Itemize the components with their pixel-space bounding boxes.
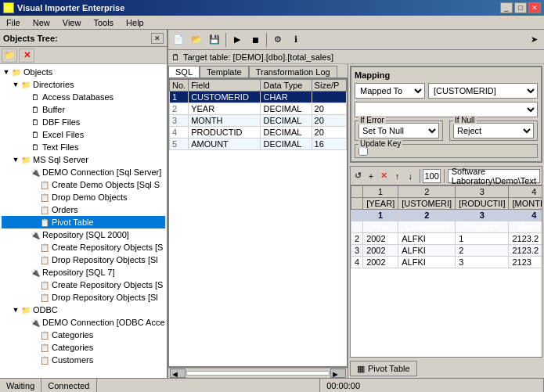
- close-button[interactable]: ✕: [528, 2, 541, 13]
- menu-new[interactable]: New: [30, 17, 53, 28]
- bt-delete[interactable]: ✕: [378, 168, 390, 184]
- tree-label-odbc: ODBC: [33, 305, 58, 315]
- tree-item-demoODBC[interactable]: 🔌DEMO Connection [ODBC Acce: [2, 316, 165, 329]
- mapped-value-select[interactable]: [CUSTOMERID]: [428, 83, 538, 99]
- tree-expand-directories[interactable]: ▼: [11, 80, 20, 89]
- fields-row-1[interactable]: 2 YEAR DECIMAL 20: [170, 103, 347, 115]
- minimize-button[interactable]: _: [500, 2, 513, 13]
- toolbar-settings[interactable]: ⚙: [269, 32, 286, 48]
- bt-refresh[interactable]: ↺: [352, 168, 364, 184]
- tree-item-drop2[interactable]: 📋Drop Repository Objects [Sl: [2, 254, 165, 266]
- fields-table[interactable]: No. Field Data Type Size/P 1 CUSTOMERID …: [168, 78, 348, 367]
- rnum-cell-2: 3: [456, 210, 509, 221]
- grid-nums-row[interactable]: 12345678: [351, 210, 542, 221]
- tab-sql[interactable]: SQL: [168, 66, 200, 77]
- count-box[interactable]: 100: [423, 169, 441, 183]
- tree-btn-2[interactable]: ✕: [19, 49, 34, 63]
- toolbar-info[interactable]: ℹ: [287, 32, 304, 48]
- bt-down[interactable]: ↓: [405, 168, 416, 184]
- menu-view[interactable]: View: [59, 17, 85, 28]
- toolbar-save[interactable]: 💾: [206, 32, 223, 48]
- tree-item-objects[interactable]: ▼📁Objects: [2, 66, 165, 78]
- if-error-select[interactable]: Set To Null Reject Skip: [358, 123, 439, 138]
- tree-icon-demo1: 🔌: [30, 167, 41, 178]
- tree-item-excel[interactable]: 🗒Excel Files: [2, 128, 165, 141]
- right-panel: 📄 📂 💾 ▶ ⏹ ⚙ ℹ ➤ 🗒 Target table: [DEMO].[…: [168, 30, 544, 378]
- tree-content[interactable]: ▼📁Objects▼📁Directories🗒Access Databases🗒…: [0, 64, 167, 378]
- menu-tools[interactable]: Tools: [90, 17, 117, 28]
- tree-item-create3[interactable]: 📋Create Repository Objects [S: [2, 279, 165, 291]
- grid-data-row-1[interactable]: 32002ALFKI22123.22314.9800.213390.12: [351, 245, 542, 257]
- grid-row-num-header: [351, 198, 363, 210]
- tree-item-repo2000[interactable]: 🔌Repository [SQL 2000]: [2, 228, 165, 241]
- menu-file[interactable]: File: [3, 17, 23, 28]
- tree-item-pivot[interactable]: 📋Pivot Table: [2, 216, 165, 228]
- data-grid[interactable]: 12345678[YEAR][USTOMERI][RODUCTII][MONTH…: [351, 185, 542, 357]
- tab-transformation[interactable]: Transformation Log: [249, 66, 337, 77]
- tab-sql-label: SQL: [175, 67, 193, 77]
- window-controls[interactable]: _ □ ✕: [500, 2, 541, 13]
- grid-col-num-0: 1: [363, 186, 398, 198]
- tree-item-repo7[interactable]: 🔌Repository [SQL 7]: [2, 266, 165, 279]
- tree-item-cat2[interactable]: 📋Categories: [2, 341, 165, 354]
- toolbar-run[interactable]: ▶: [229, 32, 246, 48]
- tree-label-cat2: Categories: [52, 343, 93, 352]
- tree-toolbar: 📁 ✕: [0, 47, 167, 64]
- panel-close-button[interactable]: ✕: [151, 33, 164, 44]
- grid-data-row-0[interactable]: 22002ALFKI12123.22314.9800.213390.12: [351, 233, 542, 245]
- toolbar-new[interactable]: 📄: [170, 32, 187, 48]
- maximize-button[interactable]: □: [514, 2, 527, 13]
- fields-row-3[interactable]: 4 PRODUCTID DECIMAL 20: [170, 127, 347, 138]
- tree-icon-cat2: 📋: [39, 342, 50, 353]
- tree-label-repo7: Repository [SQL 7]: [42, 268, 115, 277]
- tree-item-dbf[interactable]: 🗒DBF Files: [2, 116, 165, 128]
- pivot-table-button[interactable]: ▦ Pivot Table: [350, 361, 417, 376]
- menu-help[interactable]: Help: [123, 17, 147, 28]
- bt-add[interactable]: +: [366, 168, 377, 184]
- map-cell-0: Year: [363, 221, 398, 233]
- fields-row-4[interactable]: 5 AMOUNT DECIMAL 16: [170, 138, 347, 150]
- tree-btn-1[interactable]: 📁: [2, 49, 17, 63]
- tree-expand-mssql[interactable]: ▼: [11, 155, 20, 164]
- if-null-select[interactable]: Reject Set To Null Skip: [453, 123, 534, 138]
- tab-template[interactable]: Template: [200, 66, 249, 77]
- grid-map-row[interactable]: 1YearCustomerIProductIMonth 1Qty 1Month …: [351, 221, 542, 233]
- tree-item-odbc[interactable]: ▼📁ODBC: [2, 304, 165, 316]
- tree-item-mssql[interactable]: ▼📁MS Sql Server: [2, 153, 165, 166]
- tree-item-create1[interactable]: 📋Create Demo Objects [Sql S: [2, 178, 165, 191]
- scroll-left-btn[interactable]: ◄: [170, 369, 186, 378]
- mapped-to-select[interactable]: Mapped To Mapped Expression Const: [355, 83, 425, 99]
- bt-up[interactable]: ↑: [391, 168, 403, 184]
- fields-grid: No. Field Data Type Size/P 1 CUSTOMERID …: [169, 79, 347, 150]
- tree-item-orders[interactable]: 📋Orders: [2, 203, 165, 216]
- pivot-icon: ▦: [357, 364, 365, 374]
- tree-expand-odbc[interactable]: ▼: [11, 305, 20, 315]
- content-area: SQL Template Transformation Log No.: [168, 64, 544, 378]
- grid-data-row-2[interactable]: 42002ALFKI321232314.980.213390.12: [351, 257, 542, 268]
- tree-expand-objects[interactable]: ▼: [2, 67, 11, 77]
- bottom-section: ↺ + ✕ ↑ ↓ 100 "C:\Program Files\DB Softw…: [350, 166, 542, 358]
- row-label-0: 2: [351, 233, 363, 245]
- tree-item-drop1[interactable]: 📋Drop Demo Objects: [2, 191, 165, 203]
- fields-row-0[interactable]: 1 CUSTOMERID CHAR: [170, 92, 347, 103]
- mapping-secondary-select[interactable]: [355, 102, 538, 117]
- tree-item-text[interactable]: 🗒Text Files: [2, 141, 165, 153]
- grid-header-2: [RODUCTII]: [456, 198, 509, 210]
- fields-row-2[interactable]: 3 MONTH DECIMAL 20: [170, 115, 347, 127]
- fields-scrollbar[interactable]: ◄ ►: [168, 367, 348, 378]
- tree-item-cat1[interactable]: 📋Categories: [2, 329, 165, 341]
- tree-item-drop3[interactable]: 📋Drop Repository Objects [Sl: [2, 291, 165, 304]
- toolbar-arrow-right[interactable]: ➤: [525, 32, 542, 48]
- tree-item-access[interactable]: 🗒Access Databases: [2, 91, 165, 103]
- target-table-text: Target table: [DEMO].[dbo].[total_sales]: [183, 52, 333, 62]
- tree-item-create2[interactable]: 📋Create Repository Objects [S: [2, 241, 165, 254]
- col-no: No.: [170, 80, 189, 92]
- toolbar-stop[interactable]: ⏹: [247, 32, 264, 48]
- toolbar-open[interactable]: 📂: [188, 32, 205, 48]
- scroll-right-btn[interactable]: ►: [330, 369, 346, 378]
- tree-item-directories[interactable]: ▼📁Directories: [2, 78, 165, 91]
- tree-item-buffer[interactable]: 🗒Buffer: [2, 103, 165, 116]
- field-type-2: DECIMAL: [261, 115, 312, 127]
- tree-item-cust[interactable]: 📋Customers: [2, 354, 165, 366]
- tree-item-demo1[interactable]: 🔌DEMO Connection [Sql Server]: [2, 166, 165, 178]
